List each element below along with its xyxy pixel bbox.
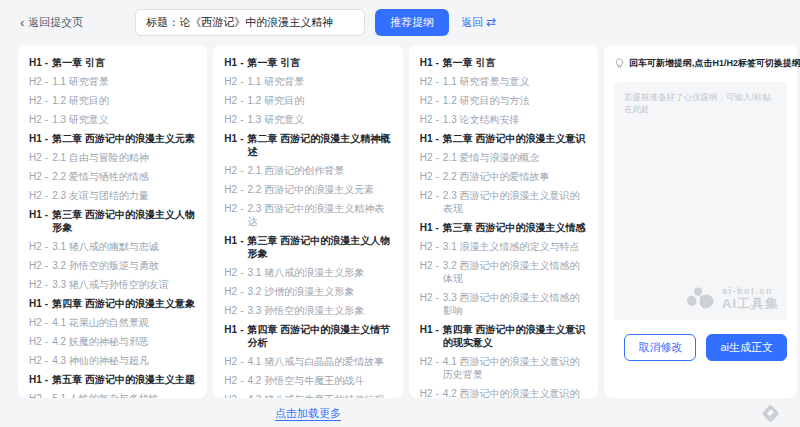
- outline-item[interactable]: H2-1.1 研究背景: [29, 75, 196, 88]
- outline-item[interactable]: H2-3.1 猪八戒的浪漫主义形象: [224, 266, 391, 279]
- heading-level-tag[interactable]: H2: [29, 113, 42, 126]
- cancel-edit-button[interactable]: 取消修改: [624, 334, 696, 361]
- heading-level-tag[interactable]: H2: [224, 374, 237, 387]
- heading-level-tag[interactable]: H2: [224, 266, 237, 279]
- heading-level-tag[interactable]: H2: [420, 240, 433, 253]
- outline-item[interactable]: H2-1.1 研究背景与意义: [420, 75, 587, 88]
- heading-level-tag[interactable]: H2: [224, 164, 237, 177]
- title-input[interactable]: [135, 9, 365, 36]
- outline-item[interactable]: H1-第四章 西游记中的浪漫主义意识的现实意义: [420, 323, 587, 349]
- outline-item[interactable]: H2-4.1 西游记中的浪漫主义意识的历史背景: [420, 355, 587, 381]
- outline-item[interactable]: H2-1.3 研究意义: [224, 113, 391, 126]
- heading-level-tag[interactable]: H1: [224, 132, 237, 145]
- outline-item[interactable]: H2-3.2 孙悟空的叛逆与勇敢: [29, 259, 196, 272]
- heading-level-tag[interactable]: H1: [29, 297, 42, 310]
- outline-item[interactable]: H2-4.2 妖魔的神秘与邪恶: [29, 335, 196, 348]
- outline-item[interactable]: H2-2.1 爱情与浪漫的概念: [420, 151, 587, 164]
- heading-level-tag[interactable]: H1: [29, 56, 42, 69]
- outline-item[interactable]: H2-4.3 神仙的神秘与超凡: [29, 354, 196, 367]
- outline-item[interactable]: H1-第三章 西游记中的浪漫主义情感: [420, 221, 587, 234]
- outline-item[interactable]: H2-2.1 西游记的创作背景: [224, 164, 391, 177]
- heading-level-tag[interactable]: H2: [224, 75, 237, 88]
- outline-item[interactable]: H1-第二章 西游记中的浪漫主义意识: [420, 132, 587, 145]
- outline-item[interactable]: H1-第二章 西游记中的浪漫主义元素: [29, 132, 196, 145]
- heading-level-tag[interactable]: H2: [420, 387, 433, 398]
- outline-item[interactable]: H1-第一章 引言: [29, 56, 196, 69]
- heading-level-tag[interactable]: H2: [224, 202, 237, 215]
- outline-item[interactable]: H2-3.2 沙僧的浪漫主义形象: [224, 285, 391, 298]
- heading-level-tag[interactable]: H2: [224, 304, 237, 317]
- heading-level-tag[interactable]: H2: [224, 183, 237, 196]
- heading-level-tag[interactable]: H2: [420, 151, 433, 164]
- heading-level-tag[interactable]: H2: [29, 170, 42, 183]
- heading-level-tag[interactable]: H2: [224, 94, 237, 107]
- outline-item[interactable]: H2-1.3 研究意义: [29, 113, 196, 126]
- outline-item[interactable]: H2-4.1 花果山的自然景观: [29, 316, 196, 329]
- heading-level-tag[interactable]: H2: [420, 113, 433, 126]
- heading-level-tag[interactable]: H2: [420, 291, 433, 304]
- heading-level-tag[interactable]: H2: [29, 94, 42, 107]
- outline-item[interactable]: H2-2.2 西游记中的爱情故事: [420, 170, 587, 183]
- heading-level-tag[interactable]: H1: [420, 221, 433, 234]
- outline-item[interactable]: H2-2.2 爱情与牺牲的情感: [29, 170, 196, 183]
- outline-item[interactable]: H2-3.2 西游记中的浪漫主义情感的体现: [420, 259, 587, 285]
- heading-level-tag[interactable]: H2: [420, 94, 433, 107]
- outline-item[interactable]: H2-2.3 友谊与团结的力量: [29, 189, 196, 202]
- heading-level-tag[interactable]: H1: [29, 208, 42, 221]
- heading-level-tag[interactable]: H2: [420, 355, 433, 368]
- outline-item[interactable]: H1-第五章 西游记中的浪漫主义主题: [29, 373, 196, 386]
- outline-item[interactable]: H1-第四章 西游记中的浪漫主义情节分析: [224, 323, 391, 349]
- outline-item[interactable]: H1-第二章 西游记的浪漫主义精神概述: [224, 132, 391, 158]
- heading-level-tag[interactable]: H2: [224, 285, 237, 298]
- outline-item[interactable]: H2-4.1 猪八戒与白晶晶的爱情故事: [224, 355, 391, 368]
- heading-level-tag[interactable]: H2: [29, 354, 42, 367]
- load-more-link[interactable]: 点击加载更多: [275, 407, 341, 421]
- outline-item[interactable]: H2-5.1 人性的复杂与多样性: [29, 392, 196, 398]
- recommend-outline-button[interactable]: 推荐提纲: [375, 9, 449, 36]
- ai-generate-body-button[interactable]: ai生成正文: [706, 334, 787, 361]
- heading-level-tag[interactable]: H1: [224, 56, 237, 69]
- heading-level-tag[interactable]: H1: [420, 132, 433, 145]
- outline-item[interactable]: H1-第四章 西游记中的浪漫主义意象: [29, 297, 196, 310]
- heading-level-tag[interactable]: H2: [29, 316, 42, 329]
- heading-level-tag[interactable]: H1: [29, 132, 42, 145]
- heading-level-tag[interactable]: H2: [224, 393, 237, 398]
- heading-level-tag[interactable]: H1: [224, 323, 237, 336]
- heading-level-tag[interactable]: H1: [420, 56, 433, 69]
- heading-level-tag[interactable]: H2: [420, 259, 433, 272]
- heading-level-tag[interactable]: H2: [29, 151, 42, 164]
- heading-level-tag[interactable]: H2: [420, 189, 433, 202]
- heading-level-tag[interactable]: H1: [420, 323, 433, 336]
- heading-level-tag[interactable]: H2: [29, 240, 42, 253]
- heading-level-tag[interactable]: H1: [224, 234, 237, 247]
- outline-item[interactable]: H1-第三章 西游记中的浪漫主义人物形象: [29, 208, 196, 234]
- heading-level-tag[interactable]: H2: [29, 259, 42, 272]
- outline-item[interactable]: H2-3.1 猪八戒的幽默与忠诚: [29, 240, 196, 253]
- outline-item[interactable]: H1-第一章 引言: [420, 56, 587, 69]
- outline-item[interactable]: H2-1.1 研究背景: [224, 75, 391, 88]
- outline-item[interactable]: H2-1.2 研究目的与方法: [420, 94, 587, 107]
- heading-level-tag[interactable]: H2: [29, 189, 42, 202]
- outline-item[interactable]: H2-4.2 孙悟空与牛魔王的战斗: [224, 374, 391, 387]
- heading-level-tag[interactable]: H2: [29, 278, 42, 291]
- heading-level-tag[interactable]: H2: [29, 392, 42, 398]
- outline-item[interactable]: H2-2.2 西游记中的浪漫主义元素: [224, 183, 391, 196]
- return-link[interactable]: 返回 ⇄: [461, 15, 496, 30]
- outline-item[interactable]: H2-3.3 孙悟空的浪漫主义形象: [224, 304, 391, 317]
- outline-item[interactable]: H2-1.2 研究目的: [29, 94, 196, 107]
- heading-level-tag[interactable]: H2: [29, 75, 42, 88]
- outline-item[interactable]: H2-1.3 论文结构安排: [420, 113, 587, 126]
- outline-item[interactable]: H2-4.3 猪八戒与牛魔王的结伴行程: [224, 393, 391, 398]
- heading-level-tag[interactable]: H1: [29, 373, 42, 386]
- heading-level-tag[interactable]: H2: [224, 113, 237, 126]
- back-to-submit-link[interactable]: ‹ 返回提交页: [20, 15, 83, 30]
- custom-outline-textarea[interactable]: [614, 82, 787, 320]
- outline-item[interactable]: H2-1.2 研究目的: [224, 94, 391, 107]
- outline-item[interactable]: H1-第一章 引言: [224, 56, 391, 69]
- floating-widget-icon[interactable]: [761, 404, 779, 422]
- heading-level-tag[interactable]: H2: [420, 170, 433, 183]
- outline-item[interactable]: H2-4.2 西游记中的浪漫主义意识的社会影响: [420, 387, 587, 398]
- heading-level-tag[interactable]: H2: [420, 75, 433, 88]
- outline-item[interactable]: H2-3.3 猪八戒与孙悟空的友谊: [29, 278, 196, 291]
- outline-item[interactable]: H1-第三章 西游记中的浪漫主义人物形象: [224, 234, 391, 260]
